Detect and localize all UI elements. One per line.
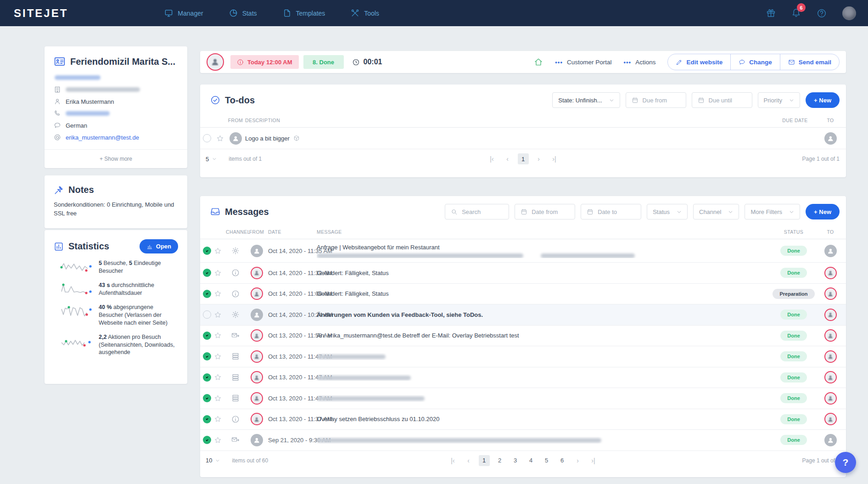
star-icon[interactable] bbox=[214, 247, 222, 255]
messages-per-page-select[interactable]: 10 bbox=[206, 457, 220, 464]
todos-last-page-button[interactable]: ›| bbox=[549, 153, 560, 164]
star-icon[interactable] bbox=[214, 373, 222, 381]
website-home-icon[interactable] bbox=[534, 57, 543, 67]
edit-website-button[interactable]: Edit website bbox=[668, 54, 730, 70]
messages-page-6[interactable]: 6 bbox=[557, 455, 568, 466]
messages-title: Messages bbox=[225, 207, 269, 217]
checked-circle-icon[interactable] bbox=[203, 415, 211, 423]
checked-circle-icon[interactable] bbox=[203, 247, 211, 255]
help-fab-button[interactable]: ? bbox=[835, 452, 856, 473]
messages-page-4[interactable]: 4 bbox=[526, 455, 537, 466]
from-avatar bbox=[251, 350, 263, 363]
nav-item-manager[interactable]: Manager bbox=[164, 9, 203, 17]
star-icon[interactable] bbox=[214, 415, 222, 423]
sparkline bbox=[60, 281, 93, 297]
redacted-message bbox=[317, 355, 386, 359]
notifications-bell[interactable]: 6 bbox=[791, 7, 801, 19]
star-icon[interactable] bbox=[214, 394, 222, 402]
message-text bbox=[317, 395, 767, 402]
show-more-button[interactable]: + Show more bbox=[45, 149, 187, 168]
chevron-down-icon bbox=[677, 209, 682, 214]
messages-prev-page-button[interactable]: ‹ bbox=[463, 455, 474, 466]
message-text-value: Geändert: Fälligkeit, Status bbox=[317, 290, 389, 297]
open-statistics-button[interactable]: Open bbox=[140, 239, 178, 253]
star-icon[interactable] bbox=[216, 135, 224, 142]
nav-item-stats[interactable]: Stats bbox=[229, 9, 257, 17]
messages-page-1[interactable]: 1 bbox=[479, 455, 490, 466]
nav-item-tools[interactable]: Tools bbox=[351, 9, 379, 17]
redacted-message-line bbox=[317, 253, 762, 258]
nav-item-templates[interactable]: Templates bbox=[283, 9, 325, 17]
todos-next-page-button[interactable]: › bbox=[533, 153, 544, 164]
star-icon[interactable] bbox=[214, 436, 222, 444]
star-icon[interactable] bbox=[214, 269, 222, 277]
star-icon[interactable] bbox=[214, 290, 222, 298]
checked-circle-icon[interactable] bbox=[203, 290, 211, 298]
new-message-button[interactable]: + New bbox=[806, 204, 840, 219]
actions-menu[interactable]: ••• Actions bbox=[624, 59, 656, 66]
state-badge[interactable]: 8. Done bbox=[303, 55, 344, 69]
todo-due-until-input[interactable]: Due until bbox=[692, 92, 752, 108]
unchecked-circle-icon[interactable] bbox=[203, 310, 211, 319]
statistic-text: 40 % abgesprungene Besucher (Verlassen d… bbox=[99, 304, 178, 327]
channel-info-icon bbox=[231, 269, 240, 277]
send-email-button[interactable]: Send email bbox=[780, 54, 839, 70]
todo-priority-filter[interactable]: Priority bbox=[758, 92, 800, 108]
message-row[interactable]: Oct 13, 2020 - 11:47 AMDone bbox=[200, 388, 846, 409]
checked-circle-icon[interactable] bbox=[203, 269, 211, 277]
due-date-badge[interactable]: Today 12:00 AM bbox=[230, 55, 299, 69]
message-row[interactable]: Oct 13, 2020 - 11:47 AMDone bbox=[200, 367, 846, 388]
message-row[interactable]: Oct 13, 2020 - 11:47 AMDone bbox=[200, 346, 846, 367]
star-icon[interactable] bbox=[214, 311, 222, 319]
checked-circle-icon[interactable] bbox=[203, 394, 211, 402]
messages-last-page-button[interactable]: ›| bbox=[588, 455, 599, 466]
messages-page-3[interactable]: 3 bbox=[510, 455, 521, 466]
messages-channel-filter[interactable]: Channel bbox=[693, 204, 739, 219]
message-row[interactable]: Oct 13, 2020 - 11:37 AMOverlay setzen Be… bbox=[200, 409, 846, 430]
customer-portal-menu[interactable]: ••• Customer Portal bbox=[555, 59, 611, 66]
star-icon[interactable] bbox=[214, 332, 222, 339]
message-row[interactable]: Oct 14, 2020 - 11:08 AMGeändert: Fälligk… bbox=[200, 284, 846, 305]
messages-date-from-input[interactable]: Date from bbox=[515, 204, 575, 219]
person-icon bbox=[54, 98, 61, 105]
messages-date-to-input[interactable]: Date to bbox=[581, 204, 641, 219]
redacted-website-link[interactable] bbox=[55, 75, 101, 80]
customer-avatar[interactable] bbox=[207, 53, 224, 71]
todo-row[interactable]: Logo a bit bigger bbox=[200, 128, 846, 149]
todos-page-indicator: Page 1 out of 1 bbox=[802, 156, 840, 162]
customer-header-bar: Today 12:00 AM 8. Done 00:01 ••• Custome… bbox=[200, 51, 846, 73]
todos-per-page-select[interactable]: 5 bbox=[206, 156, 217, 163]
change-button[interactable]: Change bbox=[730, 54, 780, 70]
messages-first-page-button[interactable]: |‹ bbox=[448, 455, 459, 466]
messages-status-filter[interactable]: Status bbox=[647, 204, 688, 219]
messages-search-input[interactable]: Search bbox=[445, 204, 509, 219]
user-avatar[interactable] bbox=[842, 6, 856, 20]
customer-email-link[interactable]: erika_mustermann@test.de bbox=[66, 134, 139, 141]
todos-first-page-button[interactable]: |‹ bbox=[487, 153, 498, 164]
unchecked-circle-icon[interactable] bbox=[203, 134, 211, 142]
messages-page-2[interactable]: 2 bbox=[494, 455, 505, 466]
gift-icon[interactable] bbox=[766, 8, 776, 18]
checked-circle-icon[interactable] bbox=[203, 332, 211, 340]
todo-state-filter[interactable]: State: Unfinish... bbox=[552, 92, 620, 108]
message-row[interactable]: Oct 14, 2020 - 11:32 AMGeändert: Fälligk… bbox=[200, 263, 846, 284]
todos-prev-page-button[interactable]: ‹ bbox=[502, 153, 513, 164]
message-row[interactable]: Oct 14, 2020 - 10:24 AMÄnderungen vom Ku… bbox=[200, 304, 846, 326]
new-todo-button[interactable]: + New bbox=[806, 92, 840, 108]
todos-page-1[interactable]: 1 bbox=[518, 153, 529, 164]
message-row[interactable]: Oct 13, 2020 - 11:58 AMAn: erika_musterm… bbox=[200, 326, 846, 347]
messages-next-page-button[interactable]: › bbox=[572, 455, 583, 466]
checked-circle-icon[interactable] bbox=[203, 373, 211, 382]
feedback-cube-icon[interactable] bbox=[293, 135, 300, 141]
todo-due-from-input[interactable]: Due from bbox=[626, 92, 686, 108]
messages-more-filters[interactable]: More Filters bbox=[745, 204, 800, 219]
message-row[interactable]: Sep 21, 2020 - 9:30 AMDone bbox=[200, 430, 846, 451]
star-icon[interactable] bbox=[214, 353, 222, 360]
redacted-phone-number[interactable] bbox=[66, 111, 110, 116]
message-row[interactable]: Oct 14, 2020 - 11:35 AMAnfrage | Website… bbox=[200, 239, 846, 263]
checked-circle-icon[interactable] bbox=[203, 352, 211, 360]
messages-page-5[interactable]: 5 bbox=[541, 455, 552, 466]
help-icon[interactable] bbox=[817, 8, 827, 18]
time-tracker[interactable]: 00:01 bbox=[352, 58, 382, 66]
checked-circle-icon[interactable] bbox=[203, 436, 211, 444]
